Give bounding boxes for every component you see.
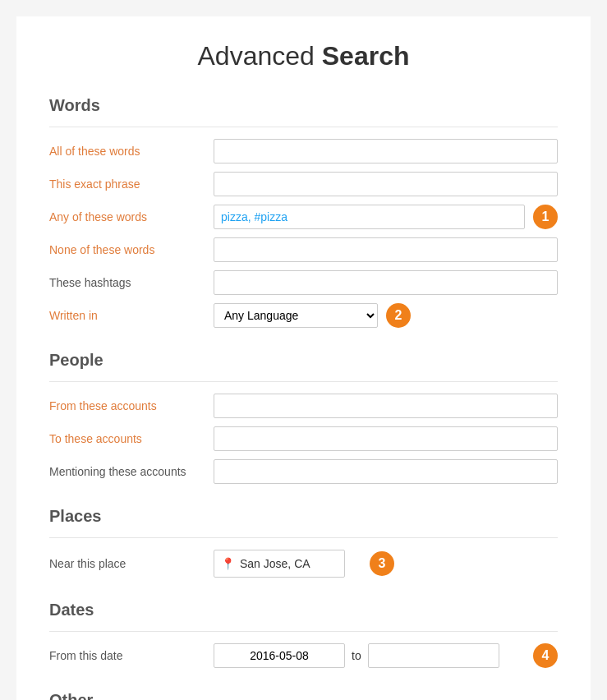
- from-date-input[interactable]: [214, 643, 345, 668]
- divider-3: [49, 537, 558, 538]
- step-badge-3: 3: [370, 551, 394, 576]
- place-text: San Jose, CA: [240, 557, 310, 570]
- people-section-heading: People: [49, 351, 558, 370]
- any-of-these-words-input-group: 1: [214, 205, 558, 229]
- from-these-accounts-label: From these accounts: [49, 399, 214, 412]
- written-in-select-group: Any Language English Spanish French Germ…: [214, 303, 558, 328]
- step-badge-1: 1: [533, 205, 558, 229]
- these-hashtags-label: These hashtags: [49, 276, 214, 289]
- this-exact-phrase-row: This exact phrase: [49, 172, 558, 196]
- written-in-select[interactable]: Any Language English Spanish French Germ…: [214, 303, 378, 328]
- any-of-these-words-row: Any of these words 1: [49, 205, 558, 229]
- all-of-these-words-row: All of these words: [49, 139, 558, 163]
- main-container: Advanced Search Words All of these words…: [16, 16, 591, 700]
- to-these-accounts-label: To these accounts: [49, 432, 214, 445]
- none-of-these-words-label: None of these words: [49, 243, 214, 256]
- any-of-these-words-label: Any of these words: [49, 210, 214, 223]
- written-in-row: Written in Any Language English Spanish …: [49, 303, 558, 328]
- none-of-these-words-input[interactable]: [214, 237, 558, 262]
- all-of-these-words-input[interactable]: [214, 139, 558, 163]
- any-of-these-words-input[interactable]: [214, 205, 525, 229]
- all-of-these-words-label: All of these words: [49, 145, 214, 158]
- location-icon: 📍: [221, 557, 235, 570]
- near-this-place-input-group: 📍 San Jose, CA 3: [214, 550, 558, 578]
- divider-4: [49, 631, 558, 632]
- page-title: Advanced Search: [49, 41, 558, 71]
- divider-2: [49, 381, 558, 382]
- from-these-accounts-row: From these accounts: [49, 394, 558, 418]
- step-badge-2: 2: [386, 303, 411, 328]
- this-exact-phrase-label: This exact phrase: [49, 177, 214, 191]
- from-these-accounts-input[interactable]: [214, 394, 558, 418]
- dates-section-heading: Dates: [49, 601, 558, 619]
- mentioning-these-accounts-label: Mentioning these accounts: [49, 465, 214, 478]
- step-badge-4: 4: [533, 643, 558, 668]
- to-these-accounts-row: To these accounts: [49, 426, 558, 451]
- to-these-accounts-input[interactable]: [214, 426, 558, 451]
- near-this-place-row: Near this place 📍 San Jose, CA 3: [49, 550, 558, 578]
- none-of-these-words-row: None of these words: [49, 237, 558, 262]
- from-this-date-input-group: to 4: [214, 643, 558, 668]
- near-this-place-label: Near this place: [49, 557, 214, 570]
- divider-1: [49, 127, 558, 127]
- written-in-label: Written in: [49, 309, 214, 322]
- from-this-date-row: From this date to 4: [49, 643, 558, 668]
- other-section-heading: Other: [49, 691, 558, 700]
- these-hashtags-row: These hashtags: [49, 270, 558, 295]
- date-to-label: to: [352, 649, 361, 662]
- date-row: to: [214, 643, 525, 668]
- to-date-input[interactable]: [368, 643, 499, 668]
- place-input-wrap[interactable]: 📍 San Jose, CA: [214, 550, 345, 578]
- mentioning-these-accounts-input[interactable]: [214, 459, 558, 484]
- these-hashtags-input[interactable]: [214, 270, 558, 295]
- this-exact-phrase-input[interactable]: [214, 172, 558, 196]
- places-section-heading: Places: [49, 507, 558, 526]
- from-this-date-label: From this date: [49, 649, 214, 662]
- mentioning-these-accounts-row: Mentioning these accounts: [49, 459, 558, 484]
- words-section-heading: Words: [49, 96, 558, 115]
